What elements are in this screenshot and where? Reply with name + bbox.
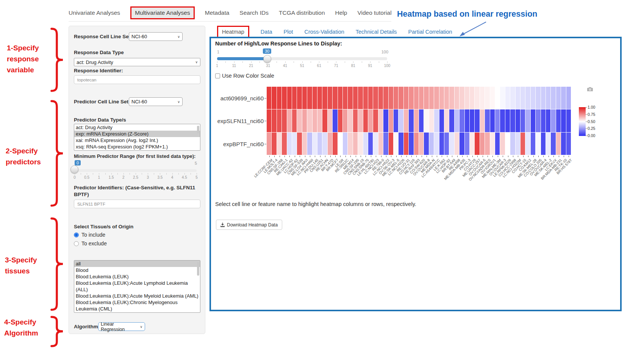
heatmap-cell[interactable]	[419, 133, 424, 155]
heatmap-cell[interactable]	[373, 87, 378, 109]
heatmap-cell[interactable]	[353, 109, 358, 132]
heatmap-cell[interactable]	[521, 133, 525, 155]
predictor-identifiers-input[interactable]: SLFN11 BPTF	[74, 200, 200, 208]
use-row-color-scale-checkbox[interactable]	[215, 73, 220, 78]
heatmap-cell[interactable]	[424, 109, 428, 132]
heatmap-cell[interactable]	[404, 109, 408, 132]
heatmap-cell[interactable]	[510, 87, 515, 109]
heatmap-cell[interactable]	[399, 87, 403, 109]
heatmap-cell[interactable]	[525, 87, 530, 109]
heatmap-cell[interactable]	[394, 133, 398, 155]
heatmap-cell[interactable]	[521, 109, 525, 132]
heatmap-cell[interactable]	[561, 133, 566, 155]
heatmap-cell[interactable]	[455, 133, 459, 155]
heatmap-cell[interactable]	[313, 87, 317, 109]
heatmap-cell[interactable]	[358, 133, 363, 155]
tissue-option-blood-leukemia-leuk-chronic-myelogenous-leukemia-cml[interactable]: Blood:Leukemia (LEUK):Chronic Myelogenou…	[74, 299, 200, 312]
heatmap-cell[interactable]	[307, 109, 312, 132]
heatmap-cell[interactable]	[267, 87, 271, 109]
heatmap-cell[interactable]	[277, 133, 281, 155]
heatmap-cell[interactable]	[389, 87, 393, 109]
heatmap-cell[interactable]	[358, 109, 363, 132]
heatmap-cell[interactable]	[333, 87, 337, 109]
tab-data[interactable]: Data	[261, 29, 272, 35]
heatmap-cell[interactable]	[333, 133, 337, 155]
heatmap-cell[interactable]	[480, 133, 485, 155]
heatmap-cell[interactable]	[343, 109, 347, 132]
heatmap-cell[interactable]	[434, 109, 439, 132]
heatmap-cell[interactable]	[267, 133, 271, 155]
heatmap-cell[interactable]	[444, 109, 449, 132]
heatmap-cell[interactable]	[561, 109, 566, 132]
predictor-data-types-list[interactable]: act: Drug Activityexp: mRNA Expression (…	[74, 124, 200, 151]
heatmap-cell[interactable]	[424, 87, 428, 109]
heatmap-cell[interactable]	[338, 87, 342, 109]
heatmap-cell[interactable]	[302, 87, 307, 109]
heatmap-cell[interactable]	[272, 109, 276, 132]
heatmap-cell[interactable]	[328, 87, 332, 109]
heatmap-cell[interactable]	[536, 109, 540, 132]
heatmap-cell[interactable]	[419, 87, 424, 109]
heatmap-cell[interactable]	[297, 133, 302, 155]
heatmap-cell[interactable]	[383, 133, 388, 155]
heatmap-cell[interactable]	[267, 109, 271, 132]
download-heatmap-data-button[interactable]: Download Heatmap Data	[216, 220, 282, 230]
heatmap-cell[interactable]	[521, 87, 525, 109]
heatmap-cell[interactable]	[368, 109, 373, 132]
predictor-data-type-option-exp-mrna-expression-z-score[interactable]: exp: mRNA Expression (Z-Score)	[74, 131, 200, 137]
heatmap-cell[interactable]	[434, 133, 439, 155]
tab-cross-validation[interactable]: Cross-Validation	[304, 29, 344, 35]
heatmap-cell[interactable]	[322, 109, 327, 132]
nav-item-univariate-analyses[interactable]: Univariate Analyses	[69, 9, 120, 16]
predictor-cell-line-set-select[interactable]: NCI-60 ∨	[129, 97, 183, 106]
tissue-radio-to-exclude[interactable]	[74, 241, 79, 246]
tissue-option-blood-leukemia-leuk[interactable]: Blood:Leukemia (LEUK)	[74, 273, 200, 280]
heatmap-cell[interactable]	[313, 109, 317, 132]
heatmap-cell[interactable]	[449, 133, 454, 155]
heatmap-cell[interactable]	[485, 109, 489, 132]
heatmap-cell[interactable]	[373, 133, 378, 155]
min-range-slider-track[interactable]	[75, 169, 197, 172]
heatmap-cell[interactable]	[546, 109, 550, 132]
heatmap-cell[interactable]	[551, 133, 555, 155]
tab-heatmap[interactable]: Heatmap	[217, 26, 249, 38]
heatmap-cell[interactable]	[353, 87, 358, 109]
heatmap-cell[interactable]	[460, 109, 464, 132]
heatmap-cell[interactable]	[297, 109, 302, 132]
heatmap-cell[interactable]	[495, 133, 500, 155]
heatmap-cell[interactable]	[429, 87, 434, 109]
heatmap-row-label-expbptf-nci60[interactable]: expBPTF_nci60	[207, 141, 264, 147]
predictor-data-type-option-act-drug-activity[interactable]: act: Drug Activity	[74, 124, 200, 131]
heatmap-cell[interactable]	[383, 109, 388, 132]
heatmap-cell[interactable]	[429, 133, 434, 155]
heatmap-cell[interactable]	[455, 87, 459, 109]
heatmap-cell[interactable]	[414, 87, 419, 109]
heatmap-cell[interactable]	[536, 87, 540, 109]
heatmap-cell[interactable]	[414, 109, 419, 132]
heatmap-cell[interactable]	[531, 87, 535, 109]
heatmap-cell[interactable]	[292, 109, 297, 132]
heatmap-cell[interactable]	[313, 133, 317, 155]
heatmap-cell[interactable]	[358, 87, 363, 109]
heatmap-cell[interactable]	[353, 133, 358, 155]
heatmap-cell[interactable]	[465, 87, 469, 109]
heatmap-cell[interactable]	[485, 133, 489, 155]
predictor-data-type-option-xai-mrna-expression-avg-log2-int[interactable]: xai: mRNA Expression (Avg. log2 Int.)	[74, 137, 200, 144]
heatmap-cell[interactable]	[389, 109, 393, 132]
heatmap-row-label-act609699-nci60[interactable]: act609699_nci60	[207, 95, 264, 101]
heatmap-cell[interactable]	[455, 109, 459, 132]
heatmap-cell[interactable]	[317, 87, 322, 109]
heatmap-cell[interactable]	[363, 109, 368, 132]
heatmap-cell[interactable]	[505, 133, 510, 155]
heatmap-cell[interactable]	[495, 109, 500, 132]
heatmap-cell[interactable]	[510, 133, 515, 155]
heatmap-cell[interactable]	[368, 133, 373, 155]
nav-item-tcga-distribution[interactable]: TCGA distribution	[279, 9, 325, 16]
heatmap-cell[interactable]	[378, 87, 383, 109]
nav-item-multivariate-analyses[interactable]: Multivariate Analyses	[130, 6, 195, 19]
heatmap-cell[interactable]	[475, 87, 479, 109]
heatmap-cell[interactable]	[465, 133, 469, 155]
heatmap-cell[interactable]	[566, 109, 571, 132]
heatmap-cell[interactable]	[490, 109, 495, 132]
heatmap-cell[interactable]	[328, 109, 332, 132]
